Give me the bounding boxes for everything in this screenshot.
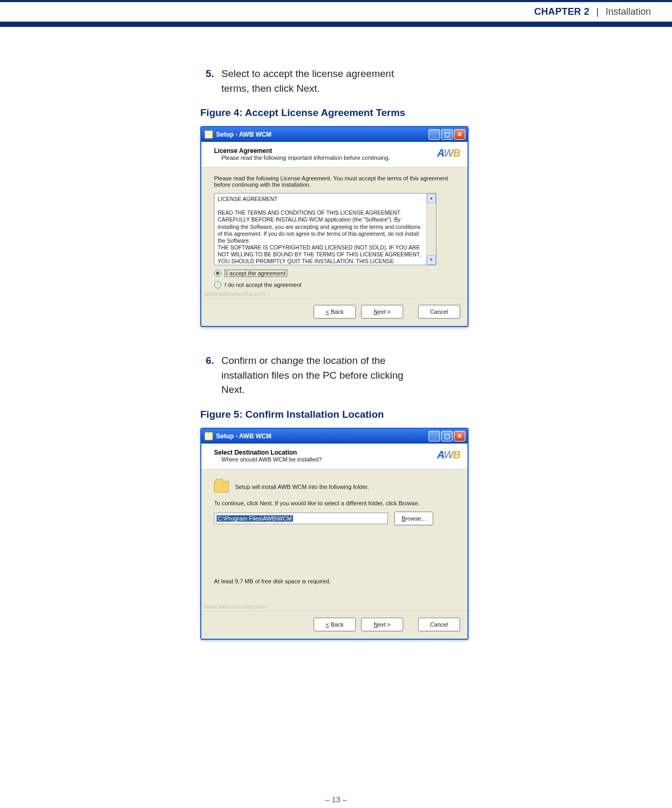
page-number: – 13 – [0,795,672,804]
license-heading: LICENSE AGREEMENT [218,196,423,203]
panel-header: Select Destination Location Where should… [201,444,468,469]
next-button[interactable]: Next > [361,305,403,319]
maximize-button[interactable]: ▢ [441,431,453,441]
step-5: 5. Select to accept the license agreemen… [200,66,416,95]
license-body-text: READ THE TERMS AND CONDITIONS OF THIS LI… [218,209,423,265]
browse-button[interactable]: Browse... [394,512,433,525]
step-5-text: Select to accept the license agreement t… [221,66,416,95]
install-path-value: C:\Program Files\AWB\WCM [217,515,293,522]
folder-note: Setup will install AWB WCM into the foll… [235,484,369,490]
close-button[interactable]: ✕ [454,129,465,140]
wizard-button-row: < Back Next > Cancel [201,299,468,326]
awb-logo: AWB [437,147,460,159]
radio-decline-row[interactable]: I do not accept the agreement [214,281,455,288]
step-6-text: Confirm or change the location of the in… [221,353,416,397]
install-path-input[interactable]: C:\Program Files\AWB\WCM [214,513,388,524]
location-dialog: Setup - AWB WCM _ ▢ ✕ Select Destination… [200,428,469,640]
radio-decline[interactable] [214,281,221,288]
close-button[interactable]: ✕ [454,431,465,441]
maximize-button[interactable]: ▢ [441,129,453,140]
titlebar: Setup - AWB WCM _ ▢ ✕ [201,127,468,142]
cancel-button[interactable]: Cancel [418,305,460,319]
panel-subtitle: Please read the following important info… [214,155,390,161]
panel-subtitle: Where should AWB WCM be installed? [214,456,322,463]
panel-title: Select Destination Location [214,449,322,456]
figure-4-caption: Figure 4: Accept License Agreement Terms [200,107,416,119]
figure-5-caption: Figure 5: Confirm Installation Location [200,409,416,420]
radio-accept-label: I accept the agreement [225,270,287,277]
scrollbar[interactable]: ▴ ▾ [426,194,436,265]
continue-note: To continue, click Next. If you would li… [214,500,455,506]
back-button[interactable]: < Back [314,618,356,631]
scroll-down-icon[interactable]: ▾ [427,255,436,265]
watermark: www.awbnetworks.com [204,291,265,297]
step-5-number: 5. [200,66,214,95]
panel-header: License Agreement Please read the follow… [201,142,468,167]
setup-icon [204,432,213,440]
wizard-button-row: < Back Next > Cancel [201,611,468,639]
chapter-label: CHAPTER 2 [534,6,590,17]
setup-icon [204,130,213,139]
radio-decline-label: I do not accept the agreement [225,282,301,288]
window-title: Setup - AWB WCM [216,131,271,138]
titlebar: Setup - AWB WCM _ ▢ ✕ [201,429,468,444]
scroll-up-icon[interactable]: ▴ [427,194,436,203]
cancel-button[interactable]: Cancel [418,618,460,631]
license-dialog: Setup - AWB WCM _ ▢ ✕ License Agreement … [200,126,469,327]
minimize-button[interactable]: _ [428,129,440,140]
page-header: CHAPTER 2 | Installation [0,2,672,22]
header-title: Installation [606,6,651,17]
radio-accept-row[interactable]: I accept the agreement [214,270,455,277]
window-title: Setup - AWB WCM [216,432,271,440]
minimize-button[interactable]: _ [428,431,440,441]
step-6: 6. Confirm or change the location of the… [200,353,416,397]
next-button[interactable]: Next > [361,618,403,631]
awb-logo: AWB [437,449,460,461]
step-6-number: 6. [200,353,214,397]
disk-space-note: At least 9.7 MB of free disk space is re… [214,578,455,584]
panel-title: License Agreement [214,147,390,155]
license-intro: Please read the following License Agreem… [214,175,455,188]
watermark: www.awbnetworks.com [204,603,265,610]
radio-accept[interactable] [214,270,221,277]
license-textbox[interactable]: LICENSE AGREEMENT READ THE TERMS AND CON… [214,193,436,265]
back-button[interactable]: < Back [314,305,356,319]
header-separator: | [592,6,603,17]
folder-icon [214,481,229,493]
